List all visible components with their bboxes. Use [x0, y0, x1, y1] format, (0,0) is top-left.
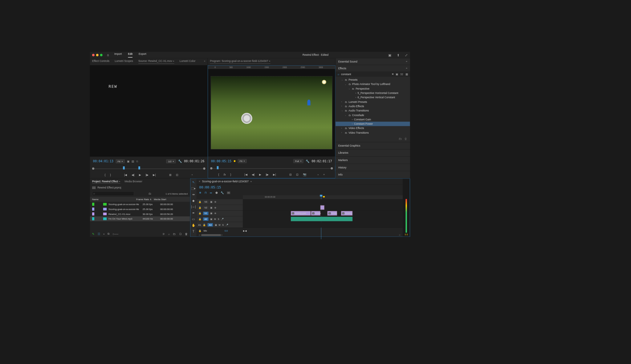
settings-icon[interactable]: ▤	[132, 160, 134, 163]
sync-lock-icon[interactable]: ▣	[210, 218, 212, 220]
fullscreen-icon[interactable]: ⤢	[405, 53, 408, 57]
lock-icon[interactable]: 🔒	[198, 200, 202, 203]
table-row[interactable]: Scoring-goal-on-a-soccer-fie25.00 fps00:…	[90, 202, 190, 207]
program-timecode[interactable]: 00:00:05:15	[211, 159, 231, 163]
tree-item[interactable]: ▫6_Perspective Vertical Constant	[336, 95, 410, 99]
home-icon[interactable]: ⌂	[107, 53, 109, 57]
tree-item[interactable]: ▫5_Perspective Horizontal Constant	[336, 91, 410, 95]
filter-bin-icon[interactable]: 🗀	[149, 192, 151, 195]
timeline-marker[interactable]	[323, 196, 325, 197]
clip[interactable]: Scorin	[311, 211, 320, 215]
tree-item[interactable]: ›🗀Lumetri Presets	[336, 100, 410, 104]
program-res-dropdown[interactable]: Full	[293, 159, 303, 163]
table-row[interactable]: Scoring-goal-on-a-soccer-fie25.00 fps00:…	[90, 207, 190, 212]
eye-icon[interactable]: 👁	[214, 200, 217, 203]
keyframe-nav-icon[interactable]: ▶◀	[243, 229, 246, 232]
find-icon[interactable]: ⌕	[168, 232, 170, 236]
col-framerate[interactable]: Frame Rate ∧	[136, 198, 154, 200]
sequence-menu-icon[interactable]: ≡	[250, 180, 252, 183]
tab-effect-controls[interactable]: Effect Controls	[92, 59, 109, 64]
source-fit-dropdown[interactable]: Fit	[116, 159, 124, 163]
solo-button[interactable]: S	[222, 224, 224, 226]
tree-item[interactable]: ›🗀Audio Effects	[336, 104, 410, 108]
razor-tool-icon[interactable]: ◆	[192, 199, 195, 202]
new-bin-icon[interactable]: 🗀	[399, 137, 402, 140]
rectangle-tool-icon[interactable]: ▭	[192, 217, 195, 221]
delete-icon[interactable]: 🗑	[185, 232, 188, 236]
source-viewer[interactable]: REW	[90, 65, 208, 157]
program-viewer[interactable]	[208, 69, 335, 156]
nest-icon[interactable]: ❄	[199, 191, 201, 194]
settings-icon[interactable]: 🔧	[221, 191, 224, 194]
yuv-badge[interactable]: ▦	[405, 73, 408, 76]
program-fit-dropdown[interactable]: Fit	[238, 159, 246, 163]
clip[interactable]: Scoring	[341, 211, 352, 215]
effects-search-input[interactable]	[341, 73, 390, 76]
mark-out-icon[interactable]: }	[230, 173, 231, 176]
tree-item[interactable]: ⌄🗀Photo Animator Tool by Lefthand	[336, 82, 410, 86]
accel-fx-badge[interactable]: ▣	[396, 73, 398, 76]
delete-icon[interactable]: 🗑	[404, 137, 407, 140]
step-forward-icon[interactable]: |▶	[266, 173, 269, 176]
new-item-icon[interactable]: 🗋	[179, 232, 182, 236]
a1-target[interactable]: A1	[198, 224, 201, 226]
source-scrubber[interactable]	[92, 166, 206, 171]
lock-icon[interactable]: 🔒	[198, 212, 202, 215]
fx-icon[interactable]: fx	[224, 173, 226, 176]
32bit-badge[interactable]: 32	[400, 73, 403, 76]
a2-label[interactable]: A2	[203, 217, 208, 221]
tree-item[interactable]: ⌄🗀Perspective	[336, 87, 410, 91]
go-to-out-icon[interactable]: ▶|	[153, 173, 156, 176]
linked-selection-icon[interactable]: ⫘	[210, 191, 212, 194]
source-res-dropdown[interactable]: 1/2	[166, 159, 176, 163]
clip[interactable]	[320, 205, 324, 210]
captions-icon[interactable]: cc	[227, 192, 230, 194]
eye-icon[interactable]: 👁	[214, 212, 217, 215]
timeline-ruler[interactable]: 00:00:05:00	[243, 195, 403, 199]
edit-icon[interactable]: ✎	[92, 232, 95, 236]
sync-lock-icon[interactable]: ▣	[215, 223, 217, 226]
new-bin-icon[interactable]: 🗀	[173, 232, 176, 236]
essential-sound-header[interactable]: Essential Sound≡	[336, 58, 410, 65]
program-scrubber[interactable]	[210, 166, 333, 171]
tab-lumetri-color[interactable]: Lumetri Color	[180, 59, 196, 64]
auto-sequence-icon[interactable]: ⊪	[163, 232, 165, 236]
track-select-tool-icon[interactable]: ⬚▸	[191, 187, 196, 190]
sync-lock-icon[interactable]: ▣	[210, 200, 212, 203]
collapsed-panel[interactable]: Markers	[336, 156, 410, 164]
tree-item[interactable]: ⌄🗀Presets	[336, 78, 410, 82]
play-icon[interactable]: ▶	[139, 173, 141, 176]
clip[interactable]: Scorin	[328, 211, 337, 215]
tab-media-browser[interactable]: Media Browser	[125, 180, 142, 184]
step-back-icon[interactable]: ◀|	[132, 173, 135, 176]
export-frame-icon[interactable]: 📷	[303, 173, 306, 176]
col-name[interactable]: Name	[92, 198, 136, 200]
sequence-name[interactable]: Scoring-goal-on-a-soccer-field-1234307	[202, 180, 249, 183]
more-controls-icon[interactable]: »	[317, 173, 319, 176]
timeline-timecode[interactable]: 00:00:05:15	[197, 185, 403, 191]
ripple-tool-icon[interactable]: ⇹	[192, 193, 195, 196]
comparison-icon[interactable]: ⧉	[136, 160, 138, 163]
collapsed-panel[interactable]: Info	[336, 171, 410, 178]
solo-button[interactable]: S	[218, 218, 219, 220]
tab-project[interactable]: Project: Rewind Effect ≡	[92, 180, 120, 184]
program-label[interactable]: Program: Scoring-goal-on-a-soccer-field-…	[210, 59, 271, 64]
eye-icon[interactable]: 👁	[214, 206, 217, 209]
tree-item[interactable]: ⌄🗀Crossfade	[336, 113, 410, 117]
tab-source[interactable]: Source: Rewind_CC-X1.mov ≡	[138, 59, 174, 64]
tree-item[interactable]: ›🗀Video Transitions	[336, 131, 410, 135]
more-controls-icon[interactable]: »	[191, 173, 193, 176]
mark-in-icon[interactable]: {	[105, 173, 106, 176]
mute-button[interactable]: M	[219, 224, 221, 226]
go-to-out-icon[interactable]: ▶|	[273, 173, 276, 176]
go-to-in-icon[interactable]: |◀	[244, 173, 247, 176]
extract-icon[interactable]: ⊡	[296, 173, 299, 176]
play-icon[interactable]: ▶	[259, 173, 261, 176]
add-button-icon[interactable]: +	[323, 173, 325, 176]
selection-tool-icon[interactable]: ↖	[192, 180, 195, 184]
mix-value[interactable]: 0.0	[225, 229, 228, 232]
timeline-zoom-scroll[interactable]: ○○ ○	[197, 233, 403, 237]
go-to-in-icon[interactable]: |◀	[124, 173, 127, 176]
zoom-slider[interactable]: ○──	[112, 232, 118, 236]
lock-icon[interactable]: 🔒	[198, 229, 202, 232]
